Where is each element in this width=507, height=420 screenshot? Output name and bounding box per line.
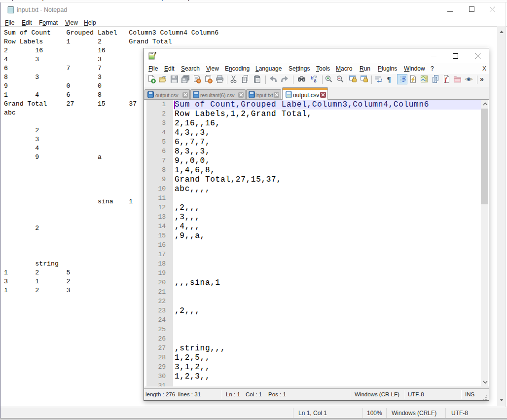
svg-text:8: 8 [314,78,316,83]
svg-text:¶: ¶ [387,76,391,83]
